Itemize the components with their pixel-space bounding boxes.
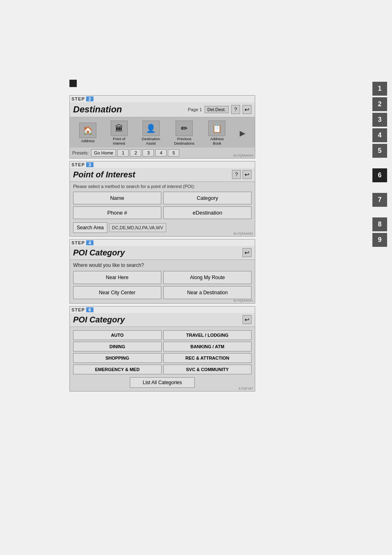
- step3-help-button[interactable]: ?: [232, 170, 241, 179]
- along-my-route-button[interactable]: Along My Route: [163, 271, 252, 284]
- svc-community-button[interactable]: SVC & COMMUNITY: [163, 365, 252, 374]
- step2-step-label: STEP: [71, 96, 85, 101]
- del-dest-button[interactable]: Del.Dest.: [205, 106, 229, 113]
- chapter-sidebar: 1 2 3 4 5 6 7 8 9: [372, 82, 392, 248]
- step3-image-code: 6LYQ5AA032: [234, 232, 253, 235]
- step2-num-badge: 2: [86, 96, 94, 101]
- presets-row: Presets: Go Home 1 2 3 4 5: [70, 148, 255, 158]
- step6-title-bar: POI Category ↩: [70, 313, 255, 327]
- poi-description: Please select a method to search for a p…: [70, 182, 255, 190]
- sidebar-num-6[interactable]: 6: [372, 168, 387, 182]
- name-button[interactable]: Name: [73, 192, 161, 204]
- destination-title: Destination: [73, 104, 122, 115]
- step6-back-button[interactable]: ↩: [243, 315, 252, 324]
- step3-header: STEP 3: [70, 161, 255, 168]
- dest-assist-icon-item[interactable]: 👤 DestinationAssist: [142, 121, 160, 146]
- step4-step-label: STEP: [71, 240, 85, 245]
- destination-title-bar: Destination Page 1 Del.Dest. ? ↩: [70, 102, 255, 117]
- step4-image-code: 6LYQ5AA041: [234, 299, 253, 302]
- near-a-destination-button[interactable]: Near a Destination: [163, 286, 252, 299]
- category-button[interactable]: Category: [163, 192, 252, 204]
- poi-icon-item[interactable]: 🏛 Point ofInterest: [111, 121, 128, 146]
- step2-panel: STEP 2 Destination Page 1 Del.Dest. ? ↩ …: [69, 95, 255, 159]
- phone-button[interactable]: Phone #: [73, 206, 161, 219]
- poi-buttons-grid: Name Category Phone # eDestination: [70, 190, 255, 221]
- address-book-icon: 📋: [208, 121, 225, 136]
- travel-lodging-button[interactable]: TRAVEL / LODGING: [163, 330, 252, 340]
- prev-dest-label: PreviousDestinations: [174, 137, 194, 146]
- step2-image-code: 6LYQ5AA039: [234, 154, 253, 157]
- sidebar-gap-1: [372, 159, 392, 168]
- address-icon-item[interactable]: 🏠 Address: [79, 123, 96, 143]
- preset-4[interactable]: 4: [155, 149, 167, 157]
- step6-step-label: STEP: [71, 307, 85, 312]
- sidebar-num-8[interactable]: 8: [372, 217, 387, 231]
- step6-header: STEP 6: [70, 307, 255, 313]
- step6-num-badge: 6: [86, 307, 94, 312]
- location-buttons-grid: Near Here Along My Route Near City Cente…: [70, 269, 255, 303]
- dest-assist-icon: 👤: [143, 121, 160, 136]
- step4-header: STEP 4: [70, 239, 255, 246]
- banking-atm-button[interactable]: BANKING / ATM: [163, 342, 252, 351]
- emergency-med-button[interactable]: EMERGENCY & MED: [73, 365, 162, 374]
- step4-num-badge: 4: [86, 240, 94, 245]
- near-city-center-button[interactable]: Near City Center: [73, 286, 161, 299]
- list-all-row: List All Categories: [70, 376, 255, 391]
- poi-title: Point of Interest: [73, 170, 135, 179]
- dining-button[interactable]: DINING: [73, 342, 162, 351]
- poi-icon: 🏛: [111, 121, 128, 136]
- sidebar-num-9[interactable]: 9: [372, 233, 387, 247]
- edestination-button[interactable]: eDestination: [163, 206, 252, 219]
- section-bullet: [69, 80, 77, 87]
- destination-icons-row: 🏠 Address 🏛 Point ofInterest 👤 Destinati…: [70, 117, 255, 148]
- step6-title: POI Category: [73, 315, 125, 324]
- page-info: Page 1: [188, 107, 202, 112]
- preset-go-home[interactable]: Go Home: [91, 149, 116, 157]
- preset-1[interactable]: 1: [117, 149, 129, 157]
- step4-title: POI Category: [73, 248, 125, 257]
- search-area-value: DC,DE,MD,NJ,PA,VA,WV: [109, 223, 166, 232]
- step2-help-button[interactable]: ?: [231, 105, 240, 114]
- step3-num-badge: 3: [86, 162, 94, 167]
- sidebar-num-7[interactable]: 7: [372, 193, 387, 207]
- prev-dest-icon: ✏: [176, 121, 193, 136]
- prev-dest-icon-item[interactable]: ✏ PreviousDestinations: [174, 121, 194, 146]
- sidebar-num-2[interactable]: 2: [372, 97, 387, 111]
- search-area-button[interactable]: Search Area: [73, 222, 107, 233]
- address-book-label: AddressBook: [210, 137, 224, 146]
- step3-step-label: STEP: [71, 162, 85, 167]
- where-search-label: Where would you like to search?: [70, 260, 255, 269]
- sidebar-num-5[interactable]: 5: [372, 144, 387, 158]
- step4-back-button[interactable]: ↩: [243, 248, 252, 257]
- sidebar-gap-3: [372, 208, 392, 217]
- step2-header: STEP 2: [70, 96, 255, 102]
- preset-5[interactable]: 5: [168, 149, 179, 157]
- shopping-button[interactable]: SHOPPING: [73, 353, 162, 363]
- preset-2[interactable]: 2: [130, 149, 141, 157]
- poi-label: Point ofInterest: [113, 137, 125, 146]
- step3-back-button[interactable]: ↩: [243, 170, 252, 179]
- step2-back-button[interactable]: ↩: [243, 105, 252, 114]
- poi-title-bar: Point of Interest ? ↩: [70, 168, 255, 182]
- poi-search-row: Search Area DC,DE,MD,NJ,PA,VA,WV: [70, 221, 255, 236]
- step4-panel: STEP 4 POI Category ↩ Where would you li…: [69, 239, 255, 304]
- step3-panel: STEP 3 Point of Interest ? ↩ Please sele…: [69, 161, 255, 237]
- rec-attraction-button[interactable]: REC & ATTRACTION: [163, 353, 252, 363]
- address-icon: 🏠: [79, 123, 96, 138]
- sidebar-gap-2: [372, 184, 392, 192]
- auto-button[interactable]: AUTO: [73, 330, 162, 340]
- list-all-button[interactable]: List All Categories: [130, 377, 194, 388]
- category-buttons-grid: AUTO TRAVEL / LODGING DINING BANKING / A…: [70, 327, 255, 376]
- step6-image-code: ILYQF187: [238, 387, 253, 390]
- sidebar-num-1[interactable]: 1: [372, 82, 387, 96]
- step4-title-bar: POI Category ↩: [70, 246, 255, 260]
- sidebar-num-3[interactable]: 3: [372, 113, 387, 127]
- sidebar-num-4[interactable]: 4: [372, 128, 387, 142]
- address-book-icon-item[interactable]: 📋 AddressBook: [208, 121, 225, 146]
- near-here-button[interactable]: Near Here: [73, 271, 161, 284]
- more-arrow-icon[interactable]: ▶: [240, 129, 245, 138]
- dest-assist-label: DestinationAssist: [142, 137, 160, 146]
- main-content: STEP 2 Destination Page 1 Del.Dest. ? ↩ …: [69, 80, 257, 394]
- address-label: Address: [81, 139, 95, 143]
- preset-3[interactable]: 3: [143, 149, 154, 157]
